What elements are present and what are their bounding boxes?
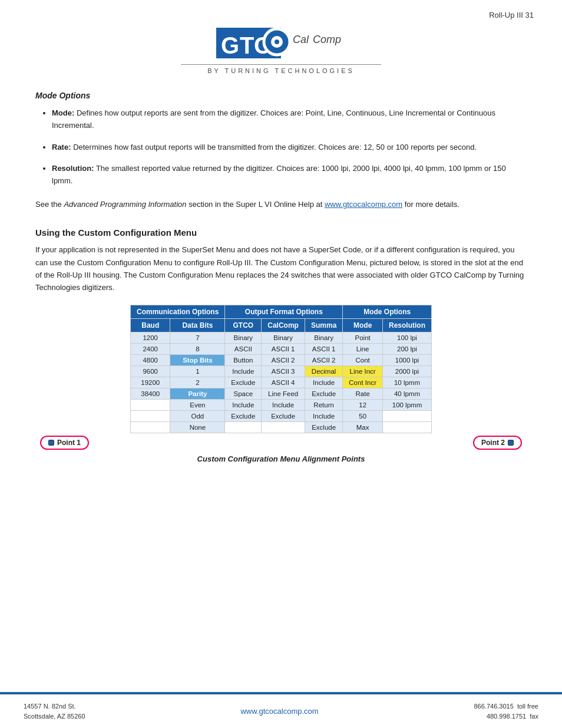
svg-text:Comp: Comp — [313, 34, 341, 45]
table-cell: 2 — [170, 377, 225, 388]
table-cell: Include — [305, 410, 342, 421]
table-cell: Binary — [262, 332, 305, 343]
footer-address-line2: Scottsdale, AZ 85260 — [24, 711, 85, 722]
table-cell: 100 lpi — [382, 332, 431, 343]
table-cell: 8 — [170, 343, 225, 354]
table-cell: ASCII 1 — [305, 343, 342, 354]
footer-contact: 866.746.3015 toll free 480.998.1751 fax — [474, 701, 538, 721]
svg-point-6 — [275, 39, 279, 44]
table-cell: Exclude — [262, 410, 305, 421]
col-mode: Mode — [343, 318, 383, 332]
main-content: Mode Options Mode: Defines how output re… — [0, 85, 562, 463]
point2-dot — [508, 440, 514, 446]
bullet-rate: Rate: Determines how fast output reports… — [52, 141, 527, 154]
table-cell: ASCII 4 — [262, 377, 305, 388]
bullet-resolution: Resolution: The smallest reported value … — [52, 163, 527, 187]
bullet-rate-text: Determines how fast output reports will … — [73, 143, 477, 151]
col-resolution: Resolution — [382, 318, 431, 332]
logo-box: G T C Cal Comp — [216, 25, 346, 61]
table-cell: Binary — [305, 332, 342, 343]
table-cell: 9600 — [131, 365, 170, 377]
table-cell: None — [170, 421, 225, 433]
table-cell: Decimal — [305, 365, 342, 377]
see-italic: Advanced Programming Information — [64, 200, 186, 209]
table-cell — [382, 410, 431, 421]
table-cell: 12 — [343, 399, 383, 410]
table-cell: 1 — [170, 365, 225, 377]
config-caption: Custom Configuration Menu Alignment Poin… — [197, 454, 365, 463]
table-cell: Max — [343, 421, 383, 433]
table-cell: 50 — [343, 410, 383, 421]
table-cell: Exclude — [225, 410, 262, 421]
footer-inner: 14557 N. 82nd St. Scottsdale, AZ 85260 w… — [0, 694, 562, 728]
footer-phone: 866.746.3015 toll free — [474, 701, 538, 711]
table-cell: Stop Bits — [170, 354, 225, 365]
table-cell: Space — [225, 388, 262, 399]
points-row: Point 1 Point 2 — [35, 436, 527, 450]
table-cell: ASCII 2 — [262, 354, 305, 365]
table-cell: 1200 — [131, 332, 170, 343]
col-databits: Data Bits — [170, 318, 225, 332]
col-calcomp: CalComp — [262, 318, 305, 332]
col-baud: Baud — [131, 318, 170, 332]
table-cell: Even — [170, 399, 225, 410]
table-cell: 1000 lpi — [382, 354, 431, 365]
table-cell — [131, 399, 170, 410]
bullet-resolution-label: Resolution: — [52, 164, 94, 173]
footer-address: 14557 N. 82nd St. Scottsdale, AZ 85260 — [24, 701, 85, 721]
table-cell: Parity — [170, 388, 225, 399]
table-cell: Line Incr — [343, 365, 383, 377]
see-text2: section in the Super L VI Online Help at — [187, 200, 325, 209]
table-cell: Rate — [343, 388, 383, 399]
table-cell: 200 lpi — [382, 343, 431, 354]
see-link[interactable]: www.gtcocalcomp.com — [325, 200, 402, 209]
footer-url: www.gtcocalcomp.com — [240, 707, 318, 716]
table-cell: Line Feed — [262, 388, 305, 399]
point2-label: Point 2 — [481, 439, 505, 447]
footer-address-line1: 14557 N. 82nd St. — [24, 701, 85, 711]
table-cell: 10 lpmm — [382, 377, 431, 388]
table-cell: 4800 — [131, 354, 170, 365]
output-format-header: Output Format Options — [225, 305, 343, 318]
table-cell — [131, 410, 170, 421]
table-cell: Button — [225, 354, 262, 365]
table-cell: Exclude — [305, 388, 342, 399]
page-title: Roll-Up III 31 — [489, 11, 534, 19]
table-cell: 100 lpmm — [382, 399, 431, 410]
table-cell: Binary — [225, 332, 262, 343]
logo-tagline: by TURNING technologies — [207, 67, 355, 74]
see-text: See the — [35, 200, 64, 209]
table-cell: Return — [305, 399, 342, 410]
table-cell: 19200 — [131, 377, 170, 388]
svg-text:G: G — [221, 32, 239, 58]
custom-config-title: Using the Custom Configuration Menu — [35, 228, 527, 238]
table-cell: Cont — [343, 354, 383, 365]
table-cell: Include — [305, 377, 342, 388]
table-cell: ASCII 1 — [262, 343, 305, 354]
table-cell — [382, 421, 431, 433]
table-cell: Line — [343, 343, 383, 354]
bullet-resolution-text: The smallest reported value returned by … — [52, 164, 506, 185]
footer: 14557 N. 82nd St. Scottsdale, AZ 85260 w… — [0, 692, 562, 728]
mode-options-list: Mode: Defines how output reports are sen… — [52, 107, 527, 187]
logo-divider — [181, 64, 381, 65]
config-table: Communication Options Output Format Opti… — [130, 305, 432, 433]
table-cell — [131, 421, 170, 433]
mode-options-title: Mode Options — [35, 91, 527, 100]
svg-text:T: T — [240, 32, 254, 58]
svg-text:Cal: Cal — [293, 34, 309, 45]
logo-area: G T C Cal Comp by TURNING technologies — [0, 25, 562, 74]
table-cell: 40 lpmm — [382, 388, 431, 399]
table-cell: Exclude — [225, 377, 262, 388]
config-table-wrap: Communication Options Output Format Opti… — [35, 305, 527, 463]
table-cell: ASCII 2 — [305, 354, 342, 365]
table-cell: Include — [225, 399, 262, 410]
table-cell: 2000 lpi — [382, 365, 431, 377]
comm-options-header: Communication Options — [131, 305, 225, 318]
table-cell: ASCII 3 — [262, 365, 305, 377]
bullet-mode-text: Defines how output reports are sent from… — [52, 108, 495, 130]
page-header: Roll-Up III 31 — [0, 0, 562, 19]
table-cell: Include — [225, 365, 262, 377]
table-cell — [262, 421, 305, 433]
col-gtco: GTCO — [225, 318, 262, 332]
